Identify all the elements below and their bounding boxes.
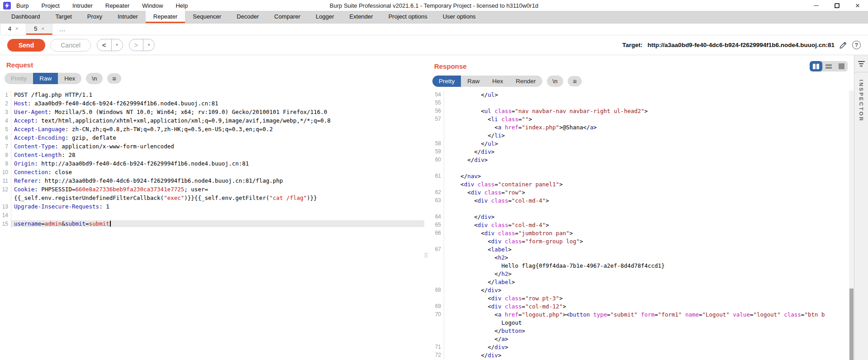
menu-help[interactable]: Help [175, 2, 188, 9]
menu-burp[interactable]: Burp [16, 2, 28, 9]
line-number: 1 [0, 90, 11, 99]
code-text: <a href="index.php">@Shana</a> [444, 124, 849, 131]
close-tab-icon[interactable]: × [15, 26, 18, 31]
menu-intruder[interactable]: Intruder [72, 2, 93, 9]
repeater-tab-label: 5 [34, 25, 37, 32]
code-line: 4Accept: text/html,application/xhtml+xml… [0, 116, 424, 125]
request-newline-button[interactable]: \n [86, 73, 103, 84]
forward-dropdown-icon[interactable]: ▼ [143, 39, 154, 51]
code-line: 14 [0, 211, 424, 219]
main-tab-logger[interactable]: Logger [308, 11, 342, 23]
line-number: 69 [428, 302, 444, 310]
code-text: </label> [444, 279, 849, 285]
request-tab-raw[interactable]: Raw [33, 73, 58, 84]
main-tab-extender[interactable]: Extender [342, 11, 381, 23]
menu-window[interactable]: Window [142, 2, 163, 9]
response-tab-render[interactable]: Render [509, 76, 542, 87]
main-tab-repeater[interactable]: Repeater [146, 11, 185, 23]
main-tab-user-options[interactable]: User options [435, 11, 484, 23]
line-number [428, 131, 444, 139]
repeater-tab-4[interactable]: 4× [0, 24, 26, 35]
code-text: </ul> [444, 140, 849, 147]
code-line: 71 </div> [428, 343, 849, 351]
request-editor[interactable]: 1POST /flag.php HTTP/1.12Host: a3aa0bd9-… [0, 90, 424, 360]
line-number [428, 123, 444, 131]
response-tab-hex[interactable]: Hex [486, 76, 509, 87]
edit-target-button[interactable] [840, 41, 847, 49]
code-text: </ul> [444, 91, 849, 98]
pencil-icon [840, 41, 847, 49]
response-tab-raw[interactable]: Raw [461, 76, 486, 87]
code-line: 13Upgrade-Insecure-Requests: 1 [0, 202, 424, 211]
more-tabs-button[interactable]: ... [52, 24, 72, 35]
code-text: Content-Type: application/x-www-form-url… [11, 143, 424, 150]
code-text: Host: a3aa0bd9-fe40-4dc6-b924-f2629994f1… [11, 100, 424, 107]
inspector-expand-button[interactable] [854, 55, 868, 72]
back-dropdown-icon[interactable]: ▼ [112, 39, 123, 51]
close-tab-icon[interactable]: × [41, 26, 44, 31]
code-text: <div class="col-md-4"> [444, 222, 849, 228]
layout-single-button[interactable] [835, 61, 848, 71]
response-menu-button[interactable]: ≡ [568, 76, 582, 86]
help-icon[interactable]: ? [852, 41, 861, 49]
line-number: 15 [0, 219, 11, 228]
code-text: User-Agent: Mozilla/5.0 (Windows NT 10.0… [11, 109, 424, 115]
main-tab-decoder[interactable]: Decoder [229, 11, 266, 23]
main-tab-project-options[interactable]: Project options [381, 11, 435, 23]
main-tab-proxy[interactable]: Proxy [80, 11, 110, 23]
request-menu-button[interactable]: ≡ [107, 73, 121, 84]
panel-splitter[interactable] [424, 55, 428, 360]
response-panel: Response PrettyRawHexRender \n ≡ 54 </ul… [428, 55, 854, 360]
line-number: 12 [0, 185, 11, 194]
request-tab-hex[interactable]: Hex [58, 73, 81, 84]
response-scrollbar[interactable] [849, 90, 854, 360]
line-number: 68 [428, 286, 444, 294]
response-editor[interactable]: 54 </ul>5556 <ul class="nav navbar-nav n… [428, 90, 849, 360]
code-line: 60 </div> [428, 156, 849, 164]
main-tab-target[interactable]: Target [48, 11, 80, 23]
inspector-rail[interactable]: INSPECTOR [854, 55, 868, 360]
cancel-button[interactable]: Cancel [50, 39, 91, 52]
code-line: 65 <div class="col-md-4"> [428, 221, 849, 229]
response-tab-pretty[interactable]: Pretty [432, 76, 461, 87]
main-tab-intruder[interactable]: Intruder [110, 11, 146, 23]
code-line: 61 </nav> [428, 172, 849, 180]
code-line [428, 164, 849, 172]
layout-rows-button[interactable] [822, 61, 835, 71]
code-line [428, 204, 849, 213]
back-button-group: < ▼ [97, 39, 123, 51]
response-newline-button[interactable]: \n [547, 76, 564, 87]
code-line: Hello flag{0f9f4daa-7b1e-4967-a2ef-8d4d7… [428, 261, 849, 270]
line-number: 7 [0, 142, 11, 151]
code-text: Referer: http://a3aa0bd9-fe40-4dc6-b924-… [11, 177, 424, 184]
code-text: Logout [444, 319, 849, 326]
code-line: 59 </div> [428, 147, 849, 156]
back-button[interactable]: < [97, 39, 112, 51]
repeater-tab-5[interactable]: 5× [26, 24, 52, 35]
line-number: 62 [428, 188, 444, 196]
main-tab-comparer[interactable]: Comparer [266, 11, 308, 23]
minimize-button[interactable] [806, 0, 826, 11]
maximize-button[interactable] [826, 0, 847, 11]
code-text: <div class="container panel1"> [444, 181, 849, 188]
menu-project[interactable]: Project [41, 2, 59, 9]
request-view-tabs: PrettyRawHex \n ≡ [5, 73, 424, 84]
line-number: 6 [0, 133, 11, 142]
target-area: Target: http://a3aa0bd9-fe40-4dc6-b924-f… [622, 41, 861, 49]
code-line: 11Referer: http://a3aa0bd9-fe40-4dc6-b92… [0, 176, 424, 185]
scrollbar-thumb[interactable] [849, 289, 854, 360]
code-text: </button> [444, 327, 849, 334]
main-tab-sequencer[interactable]: Sequencer [185, 11, 229, 23]
response-view-tabs: PrettyRawHexRender \n ≡ [432, 76, 854, 87]
close-button[interactable]: ✕ [847, 0, 868, 11]
send-button[interactable]: Send [7, 39, 45, 52]
code-text: </div> [444, 344, 849, 351]
code-line: <div class="form-group log"> [428, 237, 849, 245]
main-tab-dashboard[interactable]: Dashboard [4, 11, 48, 23]
line-number [428, 253, 444, 261]
forward-button[interactable]: > [129, 39, 144, 51]
code-line: 68 </div> [428, 286, 849, 294]
window-controls: ✕ [806, 0, 868, 11]
layout-columns-button[interactable] [810, 61, 822, 71]
menu-repeater[interactable]: Repeater [105, 2, 129, 9]
